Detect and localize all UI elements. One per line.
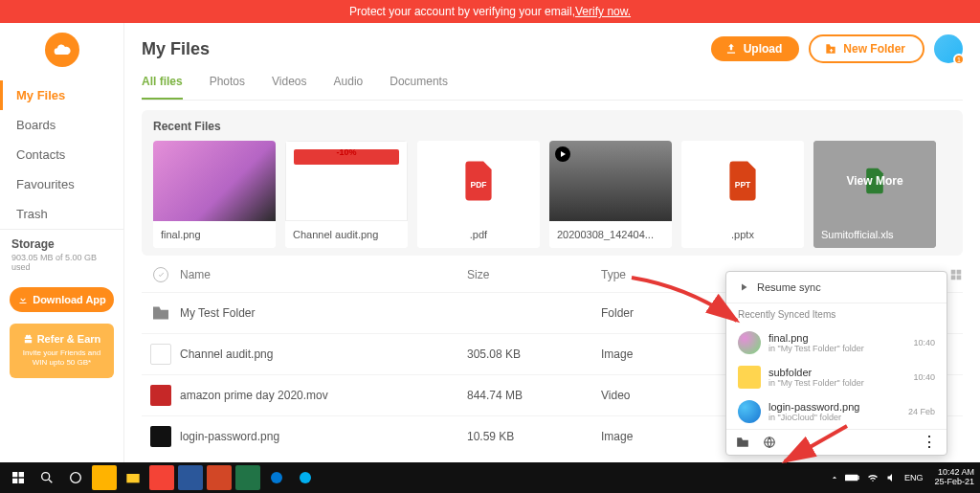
sync-item[interactable]: login-password.png in "JioCloud" folder … bbox=[726, 394, 947, 429]
tab-label: Photos bbox=[210, 75, 245, 88]
tab-label: Audio bbox=[334, 75, 364, 88]
taskbar-clock[interactable]: 10:42 AM 25-Feb-21 bbox=[934, 468, 974, 487]
start-button[interactable] bbox=[6, 465, 31, 490]
svg-text:PDF: PDF bbox=[471, 180, 487, 190]
user-avatar[interactable]: 1 bbox=[934, 34, 963, 63]
taskbar-app[interactable] bbox=[121, 465, 145, 490]
pdf-icon: PDF bbox=[462, 161, 495, 201]
download-app-label: Download App bbox=[33, 294, 106, 305]
resume-sync-button[interactable]: Resume sync bbox=[726, 272, 947, 303]
view-more-overlay: View More bbox=[813, 141, 936, 221]
sync-item[interactable]: final.png in "My Test Folder" folder 10:… bbox=[726, 325, 947, 360]
recent-file-name: .pptx bbox=[681, 221, 804, 248]
select-all-checkbox[interactable] bbox=[153, 267, 168, 282]
taskbar-word[interactable] bbox=[178, 465, 203, 490]
recent-file-card[interactable]: PPT .pptx bbox=[681, 141, 804, 248]
file-name: Channel audit.png bbox=[180, 347, 467, 361]
tab-label: Videos bbox=[272, 75, 306, 88]
cloud-icon bbox=[53, 40, 72, 59]
taskbar-app[interactable] bbox=[92, 465, 117, 490]
file-type: Image bbox=[601, 347, 716, 361]
recent-file-name: Sumitofficial.xls bbox=[813, 221, 936, 248]
tab-documents[interactable]: Documents bbox=[390, 75, 448, 100]
file-type: Image bbox=[601, 430, 716, 443]
taskbar-excel[interactable] bbox=[235, 465, 260, 490]
image-file-icon bbox=[150, 426, 171, 447]
sync-thumbnail bbox=[738, 400, 761, 423]
sidebar-item-label: My Files bbox=[16, 88, 65, 102]
verify-now-link[interactable]: Verify now. bbox=[575, 5, 631, 18]
sidebar-item-label: Boards bbox=[16, 118, 56, 132]
download-app-button[interactable]: Download App bbox=[10, 287, 114, 312]
tab-photos[interactable]: Photos bbox=[210, 75, 245, 100]
sync-item-location: in "My Test Folder" folder bbox=[768, 378, 905, 388]
recent-file-card[interactable]: final.png bbox=[153, 141, 276, 248]
upload-icon bbox=[724, 42, 738, 56]
clock-date: 25-Feb-21 bbox=[934, 478, 974, 487]
tray-volume-icon[interactable] bbox=[885, 472, 899, 483]
sync-subtitle: Recently Synced Items bbox=[726, 303, 947, 325]
file-type: Folder bbox=[601, 306, 716, 320]
storage-title: Storage bbox=[11, 237, 112, 251]
globe-icon[interactable] bbox=[763, 436, 776, 449]
sync-thumbnail bbox=[738, 331, 761, 354]
view-more-card[interactable]: View More Sumitofficial.xls bbox=[813, 141, 936, 248]
taskbar-edge[interactable] bbox=[264, 465, 289, 490]
new-folder-label: New Folder bbox=[843, 42, 905, 56]
recent-file-card[interactable]: PDF .pdf bbox=[417, 141, 540, 248]
sidebar-item-boards[interactable]: Boards bbox=[0, 110, 123, 140]
tab-label: Documents bbox=[390, 75, 448, 88]
recent-files-section: Recent Files final.png -10% Channel audi… bbox=[142, 110, 963, 256]
sidebar-item-contacts[interactable]: Contacts bbox=[0, 140, 123, 169]
column-type[interactable]: Type bbox=[601, 268, 716, 281]
taskbar-skype[interactable] bbox=[293, 465, 318, 490]
task-view-button[interactable] bbox=[63, 465, 88, 490]
video-file-icon bbox=[150, 385, 171, 406]
column-size[interactable]: Size bbox=[467, 268, 601, 281]
sidebar-item-my-files[interactable]: My Files bbox=[0, 80, 123, 110]
download-icon bbox=[17, 294, 29, 305]
svg-point-3 bbox=[42, 473, 50, 481]
tray-wifi-icon[interactable] bbox=[866, 472, 880, 483]
sync-footer: ⋮ bbox=[726, 429, 947, 455]
grid-view-icon[interactable] bbox=[949, 268, 963, 281]
taskbar-app[interactable] bbox=[149, 465, 174, 490]
tab-all-files[interactable]: All files bbox=[142, 75, 183, 100]
file-thumbnail bbox=[549, 141, 672, 221]
upload-label: Upload bbox=[744, 42, 783, 56]
tab-label: All files bbox=[142, 75, 183, 88]
tab-videos[interactable]: Videos bbox=[272, 75, 306, 100]
resume-sync-label: Resume sync bbox=[757, 281, 821, 293]
sidebar-item-label: Favourites bbox=[16, 177, 75, 191]
sidebar-item-favourites[interactable]: Favourites bbox=[0, 169, 123, 199]
sync-item[interactable]: subfolder in "My Test Folder" folder 10:… bbox=[726, 360, 947, 394]
refer-earn-card[interactable]: Refer & Earn Invite your Friends and WIN… bbox=[10, 324, 114, 378]
sidebar-item-trash[interactable]: Trash bbox=[0, 199, 123, 229]
recent-file-card[interactable]: -10% Channel audit.png bbox=[285, 141, 408, 248]
sync-popup: Resume sync Recently Synced Items final.… bbox=[725, 271, 947, 456]
file-size: 10.59 KB bbox=[467, 430, 601, 443]
sync-item-name: login-password.png bbox=[768, 401, 901, 413]
recent-file-card[interactable]: 20200308_142404... bbox=[549, 141, 672, 248]
svg-point-6 bbox=[300, 472, 311, 483]
folder-open-icon[interactable] bbox=[736, 436, 749, 449]
file-size: 305.08 KB bbox=[467, 347, 601, 361]
svg-point-5 bbox=[271, 472, 282, 483]
tray-language[interactable]: ENG bbox=[904, 473, 924, 482]
search-button[interactable] bbox=[34, 465, 59, 490]
file-type-tabs: All files Photos Videos Audio Documents bbox=[142, 75, 963, 101]
recent-file-name: final.png bbox=[153, 221, 276, 248]
tab-audio[interactable]: Audio bbox=[334, 75, 364, 100]
sync-item-name: final.png bbox=[768, 332, 905, 344]
taskbar-powerpoint[interactable] bbox=[207, 465, 232, 490]
app-logo[interactable] bbox=[45, 33, 79, 67]
svg-rect-8 bbox=[858, 476, 858, 480]
svg-text:PPT: PPT bbox=[735, 180, 751, 190]
sidebar-item-label: Contacts bbox=[16, 147, 65, 162]
upload-button[interactable]: Upload bbox=[711, 36, 800, 61]
tray-chevron-icon[interactable] bbox=[830, 473, 839, 482]
new-folder-button[interactable]: New Folder bbox=[809, 34, 924, 63]
sync-item-location: in "JioCloud" folder bbox=[768, 413, 901, 422]
tray-battery-icon[interactable] bbox=[845, 473, 860, 482]
column-name[interactable]: Name bbox=[180, 268, 467, 281]
